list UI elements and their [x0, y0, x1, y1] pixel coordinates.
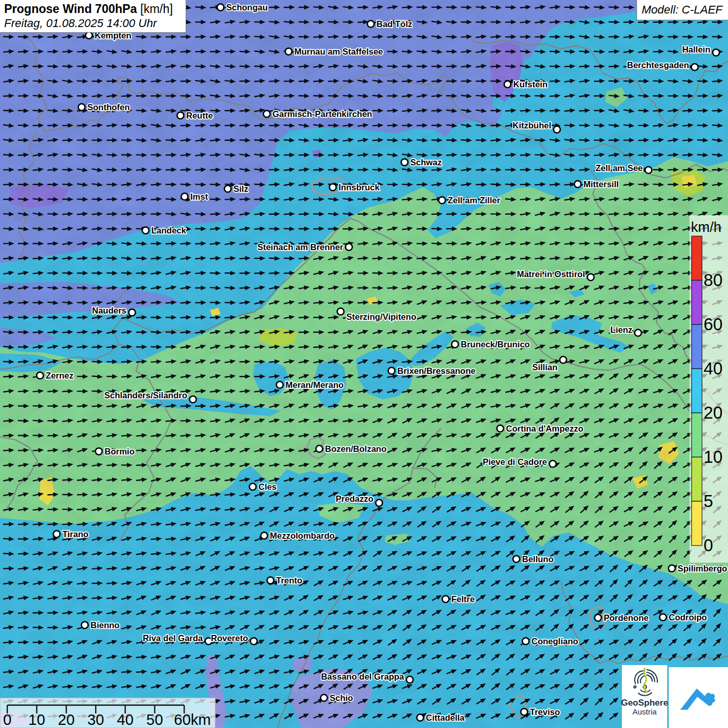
legend-segment-0 — [692, 236, 702, 280]
city-label-predazzo: Predazzo — [336, 494, 373, 503]
city-label-nauders: Nauders — [92, 306, 126, 315]
city-marker-pieve-di-cadore — [550, 461, 556, 467]
city-label-zell-am-see: Zell am See — [595, 163, 643, 173]
city-marker-schwaz — [401, 159, 408, 166]
city-marker-mezzolombardo — [261, 532, 268, 539]
city-label-kitzb-hel: Kitzbühel — [513, 121, 551, 130]
city-label-steinach-am-brenner: Steinach am Brenner — [257, 242, 344, 252]
city-label-imst: Imst — [190, 192, 208, 201]
city-marker-zell-am-ziller — [439, 197, 446, 204]
city-marker-sonthofen — [79, 104, 85, 111]
legend-segment-4 — [692, 413, 702, 457]
city-label-brixen-bressanone: Brixen/Bressanone — [397, 366, 475, 375]
city-label-schongau: Schongau — [226, 3, 268, 12]
city-label-murnau-am-staffelsee: Murnau am Staffelsee — [294, 47, 383, 56]
legend-segment-2 — [692, 324, 702, 369]
wind-forecast-map-page: SchongauBad TölzKemptenMurnau am Staffel… — [0, 0, 728, 728]
city-marker-schio — [321, 695, 328, 701]
city-marker-mittersill — [575, 181, 581, 188]
city-marker-sillian — [560, 357, 567, 363]
city-marker-pordenone — [595, 615, 602, 621]
city-label-bozen-bolzano: Bozen/Bolzano — [325, 444, 386, 453]
city-label-innsbruck: Innsbruck — [339, 183, 380, 192]
partner-logo — [669, 667, 728, 728]
city-marker-belluno — [513, 556, 520, 563]
city-label-matrei-in-osttirol: Matrei in Osttirol — [517, 269, 585, 279]
city-label-cles: Cles — [258, 482, 277, 491]
city-marker-kufstein — [504, 81, 511, 88]
city-marker-matrei-in-osttirol — [588, 274, 594, 281]
city-marker-schongau — [217, 4, 224, 11]
city-marker-lienz — [635, 330, 642, 336]
city-label-bienno: Bienno — [90, 620, 120, 630]
city-marker-schlanders-silandro — [190, 396, 197, 403]
city-marker-hallein — [713, 49, 720, 56]
city-marker-trento — [267, 577, 274, 584]
city-label-garmisch-partenkirchen: Garmisch-Partenkirchen — [272, 109, 372, 119]
city-label-zell-am-ziller: Zell am Ziller — [448, 196, 500, 205]
scale-label-30: 30 — [87, 711, 104, 728]
city-label-schio: Schio — [330, 693, 353, 703]
geosphere-wordmark: GeoSphere — [621, 698, 668, 708]
city-marker-kitzb-hel — [554, 126, 561, 133]
city-label-trento: Trento — [276, 576, 302, 585]
city-marker-imst — [181, 193, 188, 200]
city-label-bruneck-brunico: Bruneck/Brunico — [461, 340, 530, 349]
city-label-cortina-d-ampezzo: Cortina d'Ampezzo — [506, 424, 583, 433]
model-label: Modell: C-LAEF — [636, 0, 728, 20]
city-label-conegliano: Conegliano — [531, 636, 578, 646]
legend-segment-6 — [692, 501, 702, 545]
legend-segment-1 — [692, 280, 702, 324]
scale-label-20: 20 — [58, 711, 74, 728]
city-marker-spilimbergo — [669, 565, 675, 572]
city-marker-zell-am-see — [645, 167, 652, 174]
legend-tick-20: 20 — [704, 403, 723, 422]
city-label-sonthofen: Sonthofen — [87, 102, 130, 112]
city-marker-feltre — [443, 596, 449, 603]
city-label-tirano: Tirano — [62, 529, 88, 539]
city-label-feltre: Feltre — [451, 594, 475, 604]
city-label-schwaz: Schwaz — [410, 158, 442, 167]
city-marker-rovereto — [251, 638, 257, 645]
city-label-rovereto: Rovereto — [211, 633, 248, 643]
city-label-silz: Silz — [233, 184, 248, 193]
city-label-bassano-del-grappa: Bassano del Grappa — [321, 672, 404, 681]
city-marker-garmisch-partenkirchen — [264, 111, 270, 118]
legend-tick-60: 60 — [704, 315, 723, 334]
city-label-sillian: Sillian — [532, 362, 557, 372]
city-label-cittadella: Cittadella — [426, 713, 465, 722]
city-marker-bruneck-brunico — [452, 341, 459, 348]
city-marker-brixen-bressanone — [388, 368, 395, 374]
scale-label-0: 0 — [3, 711, 11, 728]
city-marker-landeck — [142, 227, 149, 234]
city-marker-cortina-d-ampezzo — [497, 425, 504, 432]
city-label-mezzolombardo: Mezzolombardo — [270, 531, 335, 540]
scale-label-10: 10 — [29, 711, 45, 728]
legend: km/h806040201050 — [690, 215, 728, 563]
scale-label-40: 40 — [117, 711, 134, 728]
city-marker-bassano-del-grappa — [407, 677, 413, 683]
legend-tick-10: 10 — [704, 447, 723, 466]
title-box: Prognose Wind 700hPa [km/h] Freitag, 01.… — [0, 0, 186, 33]
city-label-pieve-di-cadore: Pieve di Cadore — [483, 457, 547, 466]
city-marker-bozen-bolzano — [316, 446, 323, 452]
city-marker-silz — [225, 186, 231, 192]
city-marker-bad-t-lz — [368, 21, 374, 28]
legend-tick-80: 80 — [704, 270, 723, 290]
legend-title: km/h — [691, 219, 722, 235]
city-label-sterzing-vipiteno: Sterzing/Vipiteno — [346, 312, 416, 321]
city-marker-berchtesgaden — [692, 64, 698, 71]
scale-label-end: 60km — [174, 711, 211, 728]
city-marker-meran-merano — [277, 382, 283, 388]
city-label-spilimbergo: Spilimbergo — [678, 564, 727, 573]
city-label-codroipo: Codroipo — [669, 613, 707, 622]
city-label-schlanders-silandro: Schlanders/Silandro — [104, 391, 187, 400]
city-label-reutte: Reutte — [186, 111, 213, 120]
city-marker-treviso — [521, 709, 528, 716]
city-label-mittersill: Mittersill — [583, 179, 619, 189]
city-label-treviso: Treviso — [530, 707, 560, 717]
city-marker-sterzing-vipiteno — [337, 308, 344, 315]
blue-mountain-icon — [676, 675, 721, 720]
city-label-kufstein: Kufstein — [513, 80, 548, 89]
city-marker-reutte — [177, 112, 184, 119]
